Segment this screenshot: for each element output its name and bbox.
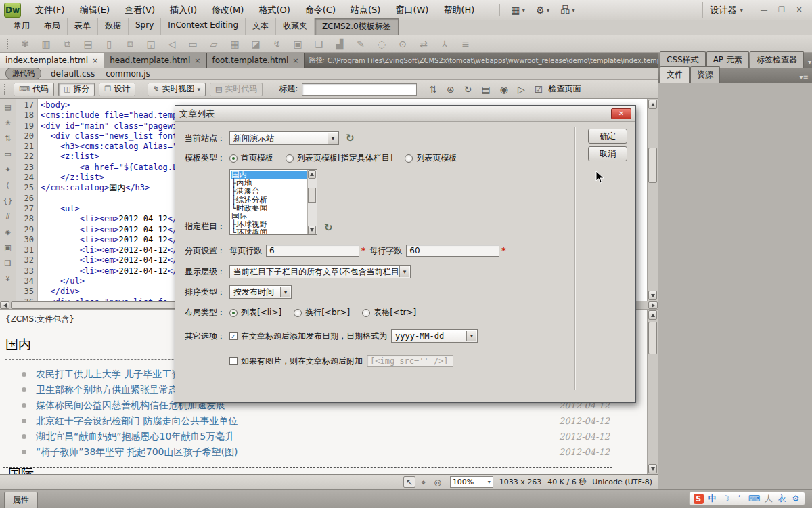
soft-keyboard-icon[interactable]: ⌨ [748,494,760,503]
card-icon[interactable]: ▦ [228,37,242,51]
menu-item[interactable]: 编辑(E) [72,1,117,19]
source-code-button[interactable]: 源代码 [5,68,41,79]
expand-all-icon[interactable]: ✦ [2,164,14,175]
sogou-icon[interactable]: S [694,494,704,504]
skin-shirt-icon[interactable]: 衣 [777,493,787,505]
validate-markup-icon[interactable]: ▷ [516,84,526,95]
table-icon[interactable]: ▥ [39,37,53,51]
chevron-down-icon[interactable]: ▾ [399,266,409,277]
live-view-button[interactable]: ↯ 实时视图 ▾ [148,83,206,96]
menu-item[interactable]: 文件(F) [28,1,72,19]
window-size-value[interactable]: 1033 x 263 [499,478,542,486]
close-button[interactable]: ✕ [790,4,808,16]
line-numbers-icon[interactable]: # [2,211,14,221]
chevron-down-icon[interactable]: ▾ [466,331,476,341]
news-list-item[interactable]: “椅子教师”38年坚守 托起700山区孩子希望(图) 2012-04-12 [3,444,612,460]
pointer-tool-icon[interactable]: ↖ [403,476,415,488]
insert-tab[interactable]: 布局 [37,18,68,35]
news-title-link[interactable]: 湖北宜昌“献血妈妈”抱感恩心10年献血5万毫升 [36,431,234,443]
menu-item[interactable]: 格式(O) [251,1,297,19]
layout-switch-icon[interactable]: ▦ ▾ [511,5,525,16]
layout-type-radio[interactable]: 列表[<li>] [229,307,281,318]
workspace-switcher[interactable]: 设计器 ▾ [702,2,750,18]
catalog-item[interactable]: ├综述分析 [231,196,307,204]
menu-item[interactable]: 帮助(H) [436,1,482,19]
chevron-down-icon[interactable]: ▾ [280,287,290,297]
more-chevron-icon[interactable]: ¥ [2,273,14,284]
menu-item[interactable]: 站点(S) [343,1,388,19]
menu-item[interactable]: 插入(I) [162,1,204,19]
punctuation-icon[interactable]: ’ [735,494,744,503]
file-management-icon[interactable]: ⇅ [428,84,438,95]
chevron-down-icon[interactable]: ▾ [328,133,338,144]
layout-type-radio[interactable]: 换行[<br>] [294,307,350,318]
hand-tool-icon[interactable]: ⌖ [418,476,430,488]
setup-gear-icon[interactable]: ✾ [18,37,32,51]
scroll-up-button[interactable] [648,310,657,320]
scroll-up-button[interactable] [308,170,316,179]
document-gear-icon[interactable]: ▱ [207,37,221,51]
close-icon[interactable]: × [92,56,98,65]
transfer-icon[interactable]: ⇄ [417,37,430,51]
news-list-item[interactable]: 湖北宜昌“献血妈妈”抱感恩心10年献血5万毫升 2012-04-12 [3,429,612,444]
catalog-listbox[interactable]: 国内├内地├港澳台├综述分析└时政要闻国际├环球视野└环球趣闻 [229,169,317,235]
code-view-button[interactable]: ⌨ 代码 [14,83,54,96]
menu-item[interactable]: 修改(M) [204,1,251,19]
code-navigator-icon[interactable]: ✳ [2,117,14,128]
insert-tab[interactable]: Spry [129,18,161,35]
scroll-down-button[interactable] [648,291,657,300]
layout-type-radio[interactable]: 表格[<tr>] [362,307,416,318]
template-type-radio[interactable]: 列表页模板[指定具体栏目] [286,152,392,164]
title-input[interactable] [302,83,417,96]
template-type-radio[interactable]: 列表页模板 [405,152,457,164]
panel-tab[interactable]: 文件 [660,66,690,83]
code-vertical-scrollbar[interactable] [647,99,658,301]
chart-icon[interactable]: ▟ [333,37,346,51]
catalog-item[interactable]: ├港澳台 [231,187,307,195]
panel-tab[interactable]: CSS样式 [660,51,706,68]
panel-menu-icon[interactable]: ▾≡ [796,73,812,83]
script-icon[interactable]: ⊙ [396,37,409,51]
dialog-title-bar[interactable]: 文章列表 ✕ [175,106,635,122]
document-tab[interactable]: index.template.html × [0,53,104,68]
scroll-down-button[interactable] [648,464,657,473]
highlight-invalid-code-icon[interactable]: ◈ [2,226,14,237]
insert-tab[interactable]: 数据 [98,18,129,35]
scroll-left-button[interactable] [0,301,9,309]
pages-icon[interactable]: ▤ [81,37,95,51]
display-icon[interactable]: ◱ [144,37,158,51]
check-page-label[interactable]: 检查页面 [548,83,581,95]
speaker-icon[interactable]: ◁ [165,37,179,51]
select-parent-tag-icon[interactable]: ⟨ [2,179,14,190]
flow-icon[interactable]: ⅄ [438,37,451,51]
zoom-tool-icon[interactable]: ◎ [432,476,444,488]
preview-browser-icon[interactable]: ⊛ [445,84,456,95]
ok-button[interactable]: 确定 [588,129,627,144]
template-type-radio[interactable]: 首页模板 [229,152,273,164]
sort-type-select[interactable]: 按发布时间 ▾ [229,285,292,299]
settings-wrench-icon[interactable]: ⚙ [791,494,800,503]
close-button[interactable]: ✕ [611,108,631,119]
refresh-icon[interactable]: ↻ [324,221,333,234]
close-icon[interactable]: × [194,56,200,65]
date-option-checkbox[interactable]: ✓ [229,332,238,340]
remove-comment-icon[interactable]: ❏ [2,257,14,268]
lightning-icon[interactable]: ↯ [270,37,284,51]
panel-tab[interactable]: 标签检查器 [750,51,804,68]
document-tab[interactable]: foot.template.html × [207,53,305,68]
panel-tab[interactable]: AP 元素 [706,51,749,68]
minimize-button[interactable]: — [755,4,773,16]
collapse-selection-icon[interactable]: ▭ [2,148,14,159]
visual-aids-icon[interactable]: ◉ [499,84,510,95]
panel-tab[interactable]: 资源 [690,66,720,83]
toolbar-grip[interactable] [4,84,7,95]
design-vertical-scrollbar[interactable] [647,310,658,474]
news-title-link[interactable]: “椅子教师”38年坚守 托起700山区孩子希望(图) [36,446,238,459]
news-title-link[interactable]: 北京红十字会设纪检部门 防腐走向公共事业单位 [36,415,238,427]
book-icon[interactable]: ▯ [102,37,116,51]
related-file[interactable]: default.css [51,69,95,79]
related-file[interactable]: common.js [106,69,150,79]
check-compatibility-icon[interactable]: ☑ [533,84,545,95]
cancel-button[interactable]: 取消 [588,146,627,161]
chinese-mode-icon[interactable]: 中 [708,493,717,505]
